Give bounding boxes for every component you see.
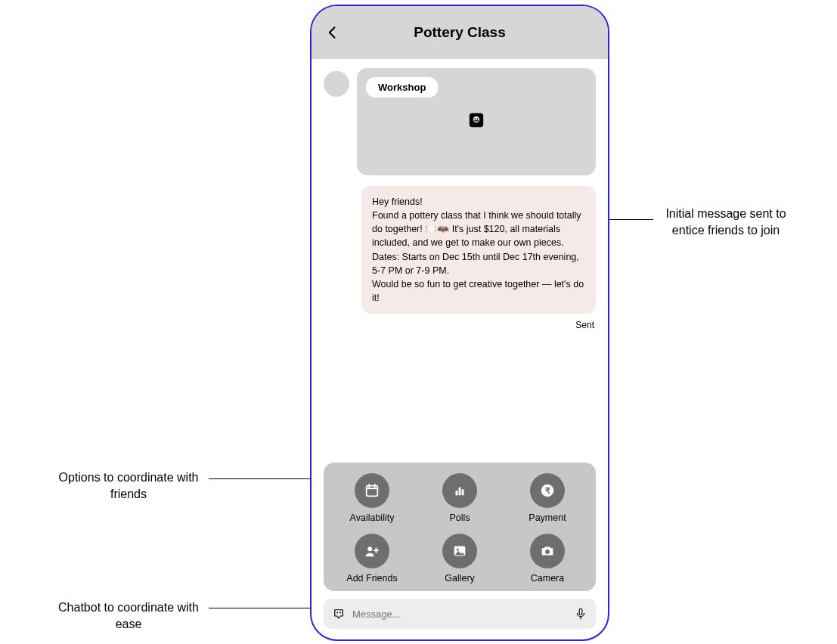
chevron-left-icon	[325, 25, 340, 40]
chat-scroll-area[interactable]: Workshop Hey friends! Found a pottery cl…	[312, 59, 608, 463]
annotation-line	[209, 608, 321, 608]
annotation-line	[605, 219, 653, 220]
actions-panel: Availability Polls ₹ Payment Add Friends…	[324, 463, 596, 591]
svg-rect-21	[579, 608, 582, 615]
message-row: Hey friends! Found a pottery class that …	[324, 186, 596, 314]
workshop-badge: Workshop	[366, 77, 438, 98]
action-availability[interactable]: Availability	[328, 473, 416, 523]
action-camera[interactable]: Camera	[504, 534, 591, 584]
image-placeholder-icon	[468, 112, 485, 128]
svg-rect-9	[459, 487, 461, 495]
svg-point-13	[367, 546, 372, 551]
add-friends-icon	[355, 534, 389, 568]
svg-point-1	[473, 116, 479, 122]
annotation-message: Initial message sent to entice friends t…	[658, 206, 794, 238]
svg-rect-8	[456, 491, 458, 495]
action-label: Polls	[449, 512, 470, 523]
action-label: Camera	[531, 573, 564, 584]
action-polls[interactable]: Polls	[416, 473, 504, 523]
avatar[interactable]	[324, 71, 349, 97]
message-bubble[interactable]: Hey friends! Found a pottery class that …	[361, 186, 596, 314]
action-gallery[interactable]: Gallery	[416, 534, 504, 584]
svg-rect-10	[462, 489, 464, 495]
annotation-chatbot: Chatbot to coordinate with ease	[53, 599, 204, 632]
calendar-icon	[355, 473, 389, 508]
workshop-row: Workshop	[324, 68, 596, 175]
action-add-friends[interactable]: Add Friends	[328, 534, 416, 584]
action-payment[interactable]: ₹ Payment	[504, 473, 591, 523]
action-label: Add Friends	[346, 573, 397, 584]
camera-icon	[530, 534, 565, 568]
action-label: Payment	[529, 512, 566, 523]
annotation-line	[209, 478, 321, 479]
svg-point-2	[474, 118, 476, 119]
action-label: Availability	[350, 512, 395, 523]
chat-header: Pottery Class	[312, 6, 608, 59]
svg-point-20	[339, 612, 341, 614]
action-label: Gallery	[445, 573, 475, 584]
message-input[interactable]	[352, 608, 567, 620]
message-input-bar	[324, 599, 596, 629]
chatbot-icon[interactable]	[331, 606, 346, 621]
back-button[interactable]	[322, 22, 343, 43]
chat-title: Pottery Class	[312, 24, 608, 41]
svg-point-17	[457, 549, 459, 551]
svg-text:₹: ₹	[545, 486, 550, 495]
gallery-icon	[442, 534, 477, 568]
message-status: Sent	[324, 320, 596, 330]
svg-point-18	[545, 550, 550, 554]
workshop-card[interactable]: Workshop	[357, 68, 596, 175]
annotation-options: Options to coordinate with friends	[53, 469, 204, 502]
payment-icon: ₹	[530, 473, 565, 508]
svg-point-19	[336, 612, 338, 614]
svg-rect-4	[367, 486, 378, 497]
phone-frame: Pottery Class Workshop Hey friends! Foun…	[310, 5, 609, 641]
svg-point-3	[477, 118, 479, 119]
poll-icon	[442, 473, 477, 508]
microphone-icon[interactable]	[573, 606, 588, 621]
